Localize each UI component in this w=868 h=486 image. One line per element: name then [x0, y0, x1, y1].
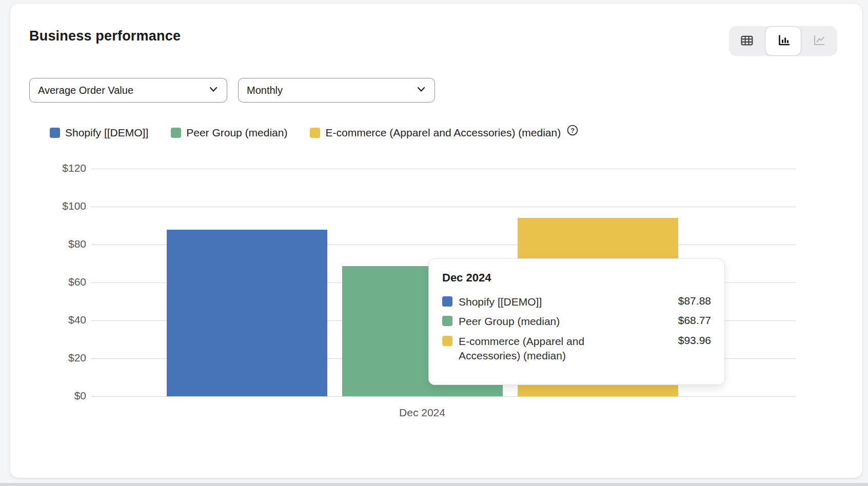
gridline	[91, 169, 796, 169]
tooltip-series-label: Peer Group (median)	[459, 314, 628, 329]
svg-text:?: ?	[570, 127, 575, 134]
tooltip-series-value: $68.77	[678, 314, 711, 327]
tooltip-title: Dec 2024	[442, 271, 711, 285]
legend-item: Shopify [[DEMO]]	[50, 127, 148, 139]
legend-swatch	[310, 128, 320, 138]
legend-item: E-commerce (Apparel and Accessories) (me…	[310, 127, 561, 139]
table-view-button[interactable]	[729, 26, 765, 56]
gridline	[91, 207, 796, 207]
tooltip-series-value: $93.96	[678, 334, 711, 347]
y-axis-tick-label: $100	[26, 200, 86, 212]
bar-1[interactable]	[167, 230, 327, 396]
tooltip-row: Peer Group (median)$68.77	[442, 314, 711, 329]
y-axis-tick-label: $80	[26, 238, 86, 250]
line-chart-icon	[812, 33, 827, 50]
legend-label: Peer Group (median)	[186, 127, 287, 139]
tooltip-swatch	[442, 296, 452, 307]
chevron-down-icon	[207, 83, 220, 98]
legend-label: Shopify [[DEMO]]	[65, 127, 148, 139]
y-axis-tick-label: $0	[26, 390, 86, 402]
y-axis-tick-label: $120	[26, 162, 86, 174]
y-axis-tick-label: $20	[26, 352, 86, 364]
y-axis-tick-label: $40	[26, 314, 86, 326]
tooltip-swatch	[442, 336, 452, 346]
view-toggle-group	[729, 26, 837, 56]
tooltip-series-value: $87.88	[678, 295, 711, 307]
tooltip-series-label: E-commerce (Apparel and Accessories) (me…	[459, 334, 628, 363]
y-axis-tick-label: $60	[26, 276, 86, 288]
tooltip-row: Shopify [[DEMO]]$87.88	[442, 295, 711, 309]
bar-chart: Dec 2024 $120$100$80$60$40$20$0	[10, 4, 862, 478]
business-performance-card: Business performance	[10, 4, 862, 478]
legend-item: Peer Group (median)	[171, 127, 287, 139]
x-axis-label: Dec 2024	[371, 407, 474, 419]
tooltip-series-label: Shopify [[DEMO]]	[459, 295, 628, 309]
table-icon	[739, 33, 755, 50]
bar-chart-icon	[776, 33, 791, 50]
legend-swatch	[171, 128, 181, 138]
line-chart-view-button[interactable]	[801, 26, 837, 56]
legend-label: E-commerce (Apparel and Accessories) (me…	[325, 127, 561, 139]
tooltip-row: E-commerce (Apparel and Accessories) (me…	[442, 334, 711, 363]
chart-tooltip: Dec 2024 Shopify [[DEMO]]$87.88Peer Grou…	[428, 258, 725, 385]
page-title: Business performance	[29, 28, 181, 44]
legend-swatch	[50, 128, 60, 138]
chevron-down-icon	[415, 83, 427, 98]
tooltip-swatch	[442, 316, 452, 326]
chart-legend: Shopify [[DEMO]]Peer Group (median)E-com…	[50, 127, 579, 139]
granularity-dropdown-value: Monthly	[247, 85, 283, 96]
granularity-dropdown[interactable]: Monthly	[238, 78, 435, 103]
help-circle-icon[interactable]: ?	[566, 124, 579, 139]
bar-chart-view-button[interactable]	[765, 26, 802, 56]
metric-dropdown-value: Average Order Value	[38, 85, 133, 96]
page-bottom-divider	[0, 483, 868, 486]
gridline	[91, 396, 796, 397]
metric-dropdown[interactable]: Average Order Value	[29, 78, 227, 103]
